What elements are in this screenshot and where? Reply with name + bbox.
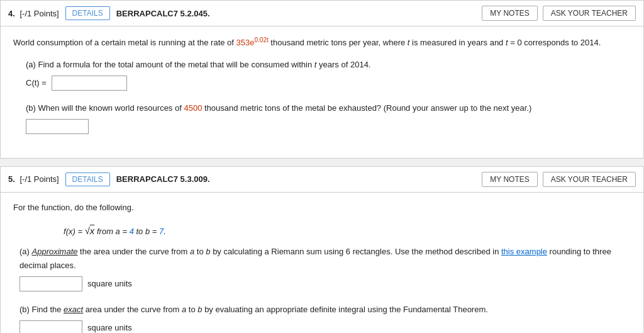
part-b-text-5: area under the curve from: [83, 305, 182, 314]
unit-label-b: square units: [87, 323, 132, 332]
header-right-5: MY NOTES ASK YOUR TEACHER: [482, 172, 636, 187]
part-b-label-4: (b) When will the known world resources …: [13, 102, 631, 115]
part-a-italic-5: Approximate: [32, 247, 78, 256]
part-a-text: (a) Find a formula for the total amount …: [13, 60, 370, 69]
problem-4-number: 4. [-/1 Points]: [8, 9, 59, 18]
part-a-input-5[interactable]: [19, 276, 82, 291]
highlight-4500: 4500: [184, 103, 202, 113]
problem-4: 4. [-/1 Points] DETAILS BERRAPCALC7 5.2.…: [0, 0, 644, 159]
problem-4-text: World consumption of a certain metal is …: [13, 35, 631, 50]
part-b-block-4: (b) When will the known world resources …: [13, 102, 631, 134]
part-a-b: b: [206, 247, 210, 256]
details-button-4[interactable]: DETAILS: [65, 6, 110, 20]
part-a-block-5: (a) Approximate the area under the curve…: [13, 245, 631, 291]
details-button-5[interactable]: DETAILS: [65, 172, 110, 186]
part-a-input-row-4: C(t) =: [13, 76, 631, 91]
problem-number-text: 4.: [8, 9, 15, 18]
sqrt-symbol: √x: [85, 225, 95, 236]
problem-code-4: BERRAPCALC7 5.2.045.: [116, 9, 482, 18]
problem-number-text-5: 5.: [8, 174, 15, 184]
from-text: from a = 4 to b = 7.: [94, 227, 166, 236]
header-right-4: MY NOTES ASK YOUR TEACHER: [482, 6, 636, 21]
part-b-input-4[interactable]: [26, 119, 89, 134]
part-a-label-4: (a) Find a formula for the total amount …: [13, 59, 631, 72]
problem-5-intro: For the function, do the following.: [13, 201, 631, 215]
unit-label-a: square units: [87, 279, 132, 288]
part-a-label-5: (a) Approximate the area under the curve…: [13, 245, 631, 273]
body-text-4a: World consumption of a certain metal is …: [13, 38, 236, 47]
part-b-b: b: [197, 305, 202, 314]
problem-points-5: [-/1 Points]: [19, 174, 58, 184]
part-b-text2: by evaluating an appropriate definite in…: [203, 305, 488, 314]
fx-label: f(x) =: [64, 227, 85, 236]
part-a-to: to: [194, 247, 206, 256]
problem-5-header: 5. [-/1 Points] DETAILS BERRAPCALC7 5.3.…: [1, 167, 643, 193]
part-b-italic-5: exact: [64, 305, 83, 314]
body-text-4c: is measured in years and: [409, 38, 505, 47]
problem-4-header: 4. [-/1 Points] DETAILS BERRAPCALC7 5.2.…: [1, 1, 643, 26]
part-a-block-4: (a) Find a formula for the total amount …: [13, 59, 631, 91]
body-text-4b: thousand metric tons per year, where: [269, 38, 408, 47]
formula-line-5: f(x) = √x from a = 4 to b = 7.: [64, 223, 631, 239]
my-notes-button-5[interactable]: MY NOTES: [482, 172, 537, 187]
exponent-sup: 0.02t: [254, 37, 268, 43]
part-b-input-row-4: [13, 119, 631, 134]
ask-teacher-button-5[interactable]: ASK YOUR TEACHER: [543, 172, 636, 187]
problem-5-body: For the function, do the following. f(x)…: [1, 193, 643, 333]
ct-label: C(t) =: [26, 78, 47, 87]
this-example-link[interactable]: this example: [501, 247, 547, 256]
part-a-label2: years of 2014.: [316, 60, 370, 69]
part-a-label-text: (a) Find a formula for the total amount …: [26, 60, 314, 69]
part-b-block-5: (b) Find the exact area under the curve …: [13, 303, 631, 333]
problem-5: 5. [-/1 Points] DETAILS BERRAPCALC7 5.3.…: [0, 166, 644, 333]
part-b-text: (b) When will the known world resources …: [26, 103, 184, 113]
problem-code-5: BERRAPCALC7 5.3.009.: [116, 174, 482, 184]
intro-text: For the function, do the following.: [13, 203, 134, 212]
a-val: 4: [130, 227, 134, 236]
part-b-label-5: (b) Find the exact area under the curve …: [13, 303, 631, 317]
part-a-prefix: (a): [19, 247, 32, 256]
my-notes-button-4[interactable]: MY NOTES: [482, 6, 537, 21]
part-b-input-5[interactable]: [19, 320, 82, 333]
problem-points: [-/1 Points]: [19, 9, 58, 18]
rate-highlight: 353e: [236, 38, 255, 47]
part-b-label2: thousand metric tons of the metal be exh…: [202, 103, 531, 113]
b-val: 7: [159, 227, 164, 236]
problem-4-body: World consumption of a certain metal is …: [1, 26, 643, 158]
ct-input[interactable]: [52, 76, 127, 91]
part-a-text-5: the area under the curve from: [77, 247, 189, 256]
part-a-input-row-5: square units: [13, 276, 631, 291]
body-text-4d: = 0 corresponds to 2014.: [508, 38, 601, 47]
part-b-to: to: [186, 305, 197, 314]
part-b-input-row-5: square units: [13, 320, 631, 333]
exponent: 0.02t: [254, 38, 268, 47]
part-b-prefix: (b) Find the: [19, 305, 64, 314]
ask-teacher-button-4[interactable]: ASK YOUR TEACHER: [543, 6, 636, 21]
problem-5-number: 5. [-/1 Points]: [8, 174, 59, 184]
part-a-text2: by calculating a Riemann sum using 6 rec…: [211, 247, 501, 256]
